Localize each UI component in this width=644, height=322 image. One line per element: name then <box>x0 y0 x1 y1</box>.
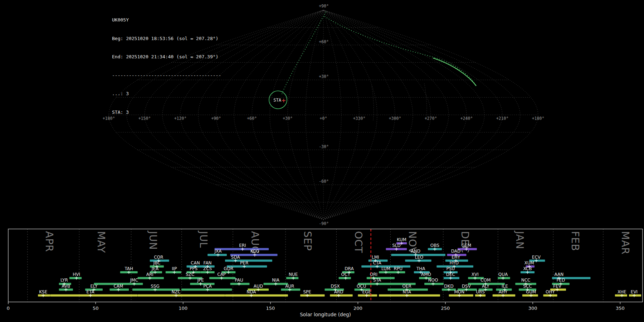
shower-code-label: AHY <box>499 289 508 294</box>
shower-code-label: LEO <box>415 255 424 260</box>
x-tick-label: 150 <box>266 306 275 311</box>
shower-bar <box>330 294 353 297</box>
shower-code-label: KCG <box>250 249 259 254</box>
shower-AHY: AHY <box>493 289 516 297</box>
shower-code-label: OER <box>402 284 411 289</box>
shower-code-label: GDR <box>224 266 233 271</box>
shower-SPE: SPE <box>300 289 325 297</box>
shower-code-label: ERI <box>239 243 246 248</box>
shower-code-label: OBS <box>430 243 439 248</box>
shower-code-label: NUE <box>289 272 298 277</box>
shower-bar <box>449 294 473 297</box>
shower-code-label: COM <box>480 278 491 283</box>
x-tick-label: 50 <box>93 306 99 311</box>
month-label: JAN <box>514 230 526 249</box>
x-tick-label: 200 <box>353 306 362 311</box>
shower-code-label: PAU <box>235 278 243 283</box>
x-axis: 050100150200250300350Solar longitude (de… <box>7 302 625 317</box>
month-label: MAR <box>619 231 631 255</box>
shower-code-label: CAM <box>113 284 123 289</box>
shower-code-label: SDA <box>231 255 240 260</box>
shower-code-label: LYR <box>60 278 68 283</box>
shower-code-label: RPU <box>394 266 402 271</box>
shower-code-label: XVI <box>472 272 479 277</box>
shower-code-label: SZC <box>186 272 194 277</box>
x-tick-label: 250 <box>441 306 450 311</box>
shower-code-label: NOO <box>428 278 438 283</box>
shower-XHE: XHE <box>615 289 627 297</box>
shower-code-label: OCT <box>341 272 351 277</box>
shower-code-label: PER <box>240 260 248 265</box>
shower-code-label: ALY <box>482 284 489 289</box>
shower-code-label: LUM <box>381 266 390 271</box>
shower-code-label: ELY <box>90 284 98 289</box>
shower-OCT: OCT <box>339 272 351 280</box>
shower-NUE: NUE <box>286 272 298 280</box>
month-label: JUL <box>197 230 209 248</box>
shower-code-label: DSV <box>462 284 471 289</box>
shower-code-label: AAN <box>555 272 564 277</box>
shower-code-label: ZCS <box>203 266 212 271</box>
shower-code-label: NZC <box>171 289 181 294</box>
shower-code-label: AND <box>411 249 420 254</box>
shower-code-label: NCC <box>521 278 531 283</box>
shower-bar <box>379 294 440 297</box>
shower-code-label: EHY <box>452 255 460 260</box>
shower-code-label: EGE <box>362 289 371 294</box>
shower-code-label: XHE <box>618 289 626 294</box>
shower-code-label: FEV <box>553 284 561 289</box>
shower-code-label: OCU <box>357 284 366 289</box>
x-axis-title: Solar longitude (deg) <box>300 312 351 317</box>
shower-PCA: PCA <box>181 284 232 292</box>
shower-code-label: HYD <box>449 260 459 265</box>
shower-code-label: FAN <box>204 260 212 265</box>
shower-DKD: DKD <box>442 284 456 292</box>
shower-code-label: TAH <box>124 266 133 271</box>
shower-code-label: KSE <box>39 289 47 294</box>
shower-code-label: PCA <box>203 284 212 289</box>
shower-code-label: AUD <box>254 284 263 289</box>
shower-code-label: LMI <box>372 255 379 260</box>
shower-code-label: SLD <box>392 243 401 248</box>
shower-code-label: CTA <box>373 260 382 265</box>
shower-KSE: KSE <box>38 289 50 297</box>
shower-code-label: AMO <box>421 272 431 277</box>
shower-code-label: NIA <box>272 278 280 283</box>
begin-time: Beg: 20251020 18:53:56 (sol = 207.28°) <box>112 35 221 42</box>
shower-code-label: PSU <box>447 266 455 271</box>
observation-info: UK005Y Beg: 20251020 18:53:56 (sol = 207… <box>112 5 221 127</box>
shower-code-label: KUM <box>397 237 406 242</box>
shower-code-label: JBC <box>153 260 160 265</box>
shower-bar <box>300 294 325 297</box>
month-label: APR <box>43 231 55 252</box>
shower-code-label: COR <box>154 255 163 260</box>
shower-code-label: HVI <box>73 272 80 277</box>
shower-NIA: NIA <box>264 278 288 286</box>
shower-code-label: SSG <box>151 284 160 289</box>
shower-code-label: XCB <box>523 266 532 271</box>
month-label: JUN <box>147 230 159 250</box>
month-label: SEP <box>302 231 313 251</box>
shower-code-label: QUA <box>498 272 508 277</box>
shower-bars: KUMERISLDOBSGEMJXAKCGANDDADCORSDALMILEOE… <box>38 237 641 297</box>
shower-code-label: OHY <box>546 289 555 294</box>
shower-bar <box>225 260 272 262</box>
shower-code-label: CAN <box>191 260 200 265</box>
shower-code-label: DEC <box>446 272 455 277</box>
shower-code-label: MON <box>454 289 464 294</box>
shower-code-label: ECV <box>532 255 541 260</box>
shower-bar <box>225 294 288 297</box>
shower-code-label: XUM <box>525 260 534 265</box>
x-tick-label: 300 <box>528 306 537 311</box>
shower-code-label: DSX <box>331 284 340 289</box>
end-time: End: 20251020 21:34:40 (sol = 207.39°) <box>112 54 221 60</box>
month-label: FEB <box>569 231 581 251</box>
shower-code-label: DAD <box>451 249 460 254</box>
shower-TAH: TAH <box>120 266 138 274</box>
x-tick-label: 0 <box>7 306 10 311</box>
x-tick-label: 350 <box>616 306 625 311</box>
shower-OBS: OBS <box>428 243 442 251</box>
shower-code-label: EVI <box>631 289 638 294</box>
count-unclassified: ...: 3 <box>112 91 221 97</box>
activity-timeline: APRMAYJUNJULAUGSEPOCTNOVDECJANFEBMARKUME… <box>0 0 644 322</box>
